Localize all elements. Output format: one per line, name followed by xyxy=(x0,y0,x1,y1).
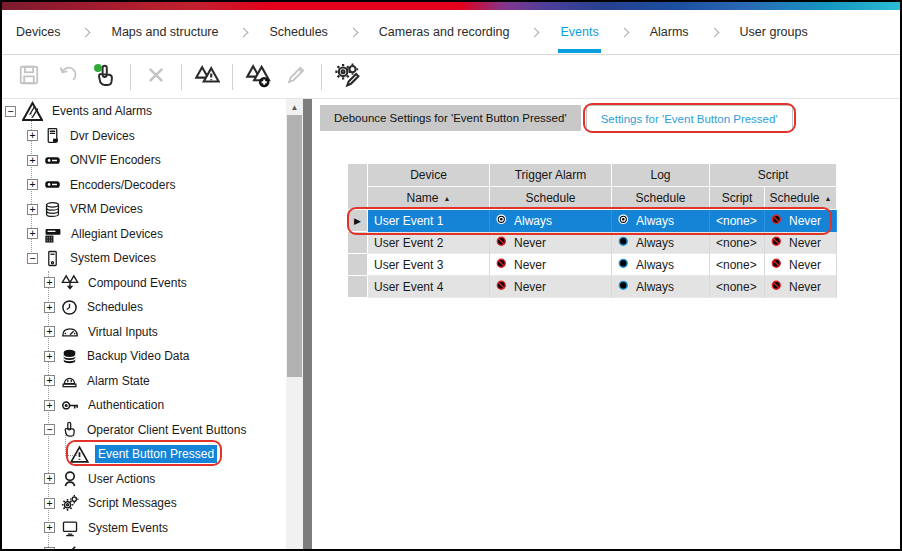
tree-item-item[interactable]: + xyxy=(2,540,286,549)
tree-expander-plus-icon[interactable]: + xyxy=(44,326,55,337)
row-selector-cell[interactable] xyxy=(348,276,368,298)
tree-expander-plus-icon[interactable]: + xyxy=(27,179,38,190)
tree-item-dvr-devices[interactable]: +Dvr Devices xyxy=(2,124,286,149)
compound-event-icon xyxy=(194,62,220,92)
name-cell[interactable]: User Event 1 xyxy=(368,210,490,232)
trigger-alarm-cell[interactable]: Never xyxy=(490,254,612,276)
name-cell[interactable]: User Event 2 xyxy=(368,232,490,254)
script-editor-button[interactable] xyxy=(331,61,363,93)
script-cell[interactable]: <none> xyxy=(710,210,765,232)
column-group-header[interactable]: Script xyxy=(710,164,837,187)
tree-item-system-devices[interactable]: −System Devices xyxy=(2,246,286,271)
tree-expander-plus-icon[interactable]: + xyxy=(44,351,55,362)
add-compound-event-button[interactable] xyxy=(242,61,274,93)
tree-expander-plus-icon[interactable]: + xyxy=(44,498,55,509)
row-selector-cell[interactable] xyxy=(348,232,368,254)
tree-item-vrm-devices[interactable]: +VRM Devices xyxy=(2,197,286,222)
column-header[interactable]: Schedule▲ xyxy=(765,187,837,210)
allegiant-icon xyxy=(44,225,62,243)
table-row[interactable]: User Event 2NeverAlways<none>Never xyxy=(368,232,837,254)
column-header[interactable]: Schedule xyxy=(490,187,612,210)
never-icon xyxy=(771,258,784,271)
cell-text: <none> xyxy=(716,280,757,294)
tree-item-operator-client-event-buttons[interactable]: −Operator Client Event Buttons xyxy=(2,418,286,443)
tree-expander-plus-icon[interactable]: + xyxy=(44,400,55,411)
breadcrumb-item-maps-and-structure[interactable]: Maps and structure xyxy=(109,10,220,54)
script-cell[interactable]: <none> xyxy=(710,254,765,276)
column-group-header[interactable]: Log xyxy=(612,164,710,187)
breadcrumb-item-cameras-and-recording[interactable]: Cameras and recording xyxy=(377,10,512,54)
trigger-alarm-cell[interactable]: Always xyxy=(490,210,612,232)
tree-item-system-events[interactable]: +System Events xyxy=(2,516,286,541)
name-cell[interactable]: User Event 3 xyxy=(368,254,490,276)
trigger-alarm-cell[interactable]: Never xyxy=(490,232,612,254)
column-group-header[interactable]: Trigger Alarm xyxy=(490,164,612,187)
tree-item-virtual-inputs[interactable]: +Virtual Inputs xyxy=(2,320,286,345)
tree-expander-plus-icon[interactable]: + xyxy=(44,302,55,313)
tree-item-onvif-encoders[interactable]: +ONVIF Encoders xyxy=(2,148,286,173)
trigger-alarm-cell[interactable]: Never xyxy=(490,276,612,298)
row-selector-cell[interactable]: ▶ xyxy=(348,210,368,232)
tree-item-user-actions[interactable]: +User Actions xyxy=(2,467,286,492)
row-selector-cell[interactable] xyxy=(348,254,368,276)
script-schedule-cell[interactable]: Never xyxy=(765,254,837,276)
tree-expander-minus-icon[interactable]: − xyxy=(27,253,38,264)
table-row[interactable]: User Event 1AlwaysAlways<none>Never xyxy=(368,210,837,232)
table-row[interactable]: User Event 3NeverAlways<none>Never xyxy=(368,254,837,276)
tree-expander-plus-icon[interactable]: + xyxy=(44,473,55,484)
tree-item-compound-events[interactable]: +Compound Events xyxy=(2,271,286,296)
tree-item-script-messages[interactable]: +Script Messages xyxy=(2,491,286,516)
tree-expander-plus-icon[interactable]: + xyxy=(44,277,55,288)
log-cell[interactable]: Always xyxy=(612,232,710,254)
tree-item-backup-video-data[interactable]: +Backup Video Data xyxy=(2,344,286,369)
breadcrumb-item-devices[interactable]: Devices xyxy=(14,10,62,54)
panel-splitter[interactable] xyxy=(303,99,312,549)
chevron-right-icon xyxy=(239,27,249,37)
tree-expander-plus-icon[interactable]: + xyxy=(27,130,38,141)
event-button-button[interactable] xyxy=(89,61,121,93)
tree-expander-plus-icon[interactable]: + xyxy=(44,547,55,549)
column-header[interactable]: Schedule xyxy=(612,187,710,210)
tree-expander-plus-icon[interactable]: + xyxy=(27,155,38,166)
breadcrumb-item-events[interactable]: Events xyxy=(558,10,600,54)
always-selected-icon xyxy=(618,214,631,227)
tree-item-event-button-pressed[interactable]: Event Button Pressed xyxy=(2,442,286,467)
tree-item-events-and-alarms[interactable]: −Events and Alarms xyxy=(2,99,286,124)
column-header[interactable]: Name▲ xyxy=(368,187,490,210)
breadcrumb-item-schedules[interactable]: Schedules xyxy=(267,10,329,54)
script-cell[interactable]: <none> xyxy=(710,276,765,298)
script-schedule-cell[interactable]: Never xyxy=(765,232,837,254)
tree-expander-plus-icon[interactable]: + xyxy=(44,522,55,533)
tab-settings[interactable]: Settings for 'Event Button Pressed' xyxy=(586,105,793,131)
column-group-header[interactable]: Device xyxy=(368,164,490,187)
script-schedule-cell[interactable]: Never xyxy=(765,210,837,232)
name-cell[interactable]: User Event 4 xyxy=(368,276,490,298)
log-cell[interactable]: Always xyxy=(612,254,710,276)
script-schedule-cell[interactable]: Never xyxy=(765,276,837,298)
tree-item-schedules[interactable]: +Schedules xyxy=(2,295,286,320)
tree-expander-plus-icon[interactable]: + xyxy=(27,228,38,239)
tree-item-alarm-state[interactable]: +Alarm State xyxy=(2,369,286,394)
log-cell[interactable]: Always xyxy=(612,210,710,232)
tree-item-allegiant-devices[interactable]: +Allegiant Devices xyxy=(2,222,286,247)
tree-expander-minus-icon[interactable]: − xyxy=(44,424,55,435)
tree-expander-plus-icon[interactable]: + xyxy=(27,204,38,215)
column-header[interactable]: Script xyxy=(710,187,765,210)
always-icon xyxy=(618,280,631,293)
tree-item-authentication[interactable]: +Authentication xyxy=(2,393,286,418)
breadcrumb-item-user-groups[interactable]: User groups xyxy=(738,10,810,54)
log-cell[interactable]: Always xyxy=(612,276,710,298)
tree-item-encoders-decoders[interactable]: +Encoders/Decoders xyxy=(2,173,286,198)
table-row[interactable]: User Event 4NeverAlways<none>Never xyxy=(368,276,837,298)
tree-expander-minus-icon[interactable]: − xyxy=(5,106,16,117)
compound-event-button[interactable] xyxy=(191,61,223,93)
tree-scrollbar[interactable]: ▲ xyxy=(286,99,303,549)
script-cell[interactable]: <none> xyxy=(710,232,765,254)
scrollbar-thumb[interactable] xyxy=(287,115,302,377)
tree-item-label: User Actions xyxy=(85,470,158,488)
breadcrumb-item-alarms[interactable]: Alarms xyxy=(648,10,691,54)
row-selector-column: ▶ xyxy=(348,164,368,298)
scroll-up-icon[interactable]: ▲ xyxy=(286,99,303,115)
tab-debounce-settings[interactable]: Debounce Settings for 'Event Button Pres… xyxy=(320,105,581,131)
tree-expander-plus-icon[interactable]: + xyxy=(44,375,55,386)
